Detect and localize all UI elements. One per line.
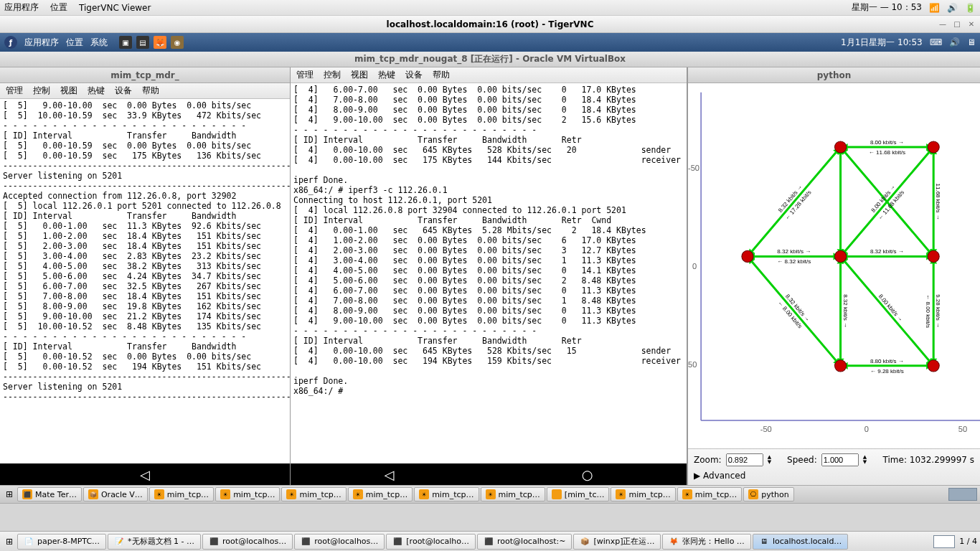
fedora-icon[interactable]: ƒ — [4, 36, 17, 49]
speed-input[interactable] — [821, 453, 859, 466]
speed-label: Speed: — [787, 455, 817, 465]
taskbar-item[interactable]: ☀mim_tcp… — [677, 487, 742, 501]
taskbar-item[interactable]: [mim_tc… — [547, 487, 610, 501]
menu-help[interactable]: 帮助 — [142, 85, 159, 97]
workspace-switcher[interactable] — [948, 488, 977, 501]
advanced-toggle[interactable]: ▶ Advanced — [694, 471, 745, 481]
terminal-right-body[interactable]: [ 4] 6.00-7.00 sec 0.00 Bytes 0.00 bits/… — [291, 83, 687, 463]
back-icon[interactable]: ◁ — [140, 467, 150, 482]
menu-view[interactable]: 视图 — [60, 85, 77, 97]
menu-device[interactable]: 设备 — [115, 85, 132, 97]
volume-icon[interactable]: 🔊 — [947, 3, 958, 13]
taskbar-item[interactable]: ⬛[root@localho… — [386, 534, 476, 550]
taskbar-item[interactable]: 📦Oracle V… — [83, 487, 148, 501]
svg-text:← 9.28 kbit/s: ← 9.28 kbit/s — [870, 368, 904, 375]
guest-menu-places[interactable]: 位置 — [66, 37, 83, 49]
home-icon[interactable]: ○ — [582, 467, 593, 482]
svg-text:50: 50 — [688, 360, 697, 369]
menu-device[interactable]: 设备 — [405, 69, 423, 81]
menu-manage[interactable]: 管理 — [296, 69, 314, 81]
menu-view[interactable]: 视图 — [351, 69, 368, 81]
minimize-icon[interactable]: — — [937, 19, 948, 29]
taskbar-item[interactable]: ☀mim_tcp… — [348, 487, 413, 501]
host-taskbar: ⊞ 📄paper-8-MPTC…📝*无标题文档 1 - …⬛root@local… — [0, 531, 980, 551]
vnc-title: localhost.localdomain:16 (root) - TigerV… — [387, 19, 594, 29]
network-graph[interactable]: -50 0 50 -50 0 50 8.00 kbit/s →← 11.68 k… — [688, 83, 980, 448]
menu-manage[interactable]: 管理 — [6, 85, 23, 97]
network-icon[interactable]: 📶 — [929, 3, 940, 13]
menu-control[interactable]: 控制 — [33, 85, 50, 97]
workspace-grid-icon[interactable] — [933, 535, 955, 548]
taskbar-item[interactable]: 🖥localhost.locald… — [753, 534, 849, 550]
svg-text:0: 0 — [864, 425, 869, 433]
host-menu-apps[interactable]: 应用程序 — [4, 1, 39, 14]
taskbar-item[interactable]: ☀mim_tcp… — [611, 487, 675, 501]
menu-control[interactable]: 控制 — [324, 69, 341, 81]
taskbar-item[interactable]: 🖵python — [743, 487, 793, 501]
taskbar-item[interactable]: ⬛Mate Ter… — [17, 487, 82, 501]
sound-icon[interactable]: 🔊 — [949, 37, 960, 47]
taskbar-item[interactable]: 📦[winxp]正在运… — [573, 534, 661, 550]
show-desktop-icon[interactable]: ⊞ — [3, 537, 16, 547]
svg-point-51 — [928, 250, 939, 262]
app-icon[interactable]: ◉ — [171, 36, 184, 49]
menu-hotkey[interactable]: 热键 — [88, 85, 105, 97]
show-desktop-icon[interactable]: ⊞ — [3, 489, 16, 499]
python-title: python — [688, 67, 980, 83]
vbox-titlebar[interactable]: mim_tcp_mdr_nougat_8 [正在运行] - Oracle VM … — [0, 52, 980, 67]
workspace-indicator: 1 / 4 — [959, 537, 977, 546]
menu-hotkey[interactable]: 热键 — [378, 69, 395, 81]
host-menu-tigervnc[interactable]: TigerVNC Viewer — [79, 3, 151, 13]
terminal-left-menu: 管理 控制 视图 热键 设备 帮助 — [0, 83, 290, 99]
speed-down-icon[interactable]: ▼ — [863, 460, 867, 465]
svg-text:8.80 kbit/s →: 8.80 kbit/s → — [870, 358, 904, 364]
svg-text:50: 50 — [958, 425, 967, 433]
vbox-title: mim_tcp_mdr_nougat_8 [正在运行] - Oracle VM … — [354, 53, 626, 65]
firefox-icon[interactable]: 🦊 — [154, 36, 166, 49]
time-label: Time: 1032.299997 s — [883, 455, 974, 465]
android-navbar-right: ◁ ○ — [291, 463, 687, 485]
terminal-right-menu: 管理 控制 视图 热键 设备 帮助 — [291, 67, 687, 83]
menu-help[interactable]: 帮助 — [433, 69, 450, 81]
zoom-down-icon[interactable]: ▼ — [768, 460, 771, 465]
battery-icon[interactable]: 🔋 — [965, 3, 976, 13]
taskbar-item[interactable]: ☀mim_tcp… — [281, 487, 346, 501]
svg-text:← 8.00 kbit/s: ← 8.00 kbit/s — [925, 294, 931, 328]
taskbar-item[interactable]: 🦊张同光：Hello … — [662, 534, 750, 550]
svg-point-47 — [835, 141, 847, 153]
taskbar-item[interactable]: ⬛root@localhost:~ — [477, 534, 572, 550]
taskbar-item[interactable]: ⬛root@localhos… — [294, 534, 385, 550]
guest-taskbar: ⊞ ⬛Mate Ter…📦Oracle V…☀mim_tcp…☀mim_tcp…… — [0, 485, 980, 504]
vnc-titlebar[interactable]: localhost.localdomain:16 (root) - TigerV… — [0, 16, 980, 33]
svg-text:0: 0 — [692, 262, 697, 270]
svg-point-53 — [928, 360, 939, 372]
taskbar-item[interactable]: ☀mim_tcp… — [149, 487, 214, 501]
display-icon[interactable]: 🖥 — [967, 37, 976, 47]
taskbar-item[interactable]: 📄paper-8-MPTC… — [17, 534, 106, 550]
guest-menu-system[interactable]: 系统 — [90, 37, 108, 49]
host-menu-places[interactable]: 位置 — [50, 1, 67, 14]
close-icon[interactable]: ✕ — [966, 19, 977, 29]
back-icon[interactable]: ◁ — [385, 467, 395, 482]
taskbar-item[interactable]: 📝*无标题文档 1 - … — [108, 534, 201, 550]
taskbar-item[interactable]: ☀mim_tcp… — [481, 487, 545, 501]
host-tray: 星期一 — 10：53 📶 🔊 🔋 — [852, 1, 976, 14]
zoom-input[interactable] — [726, 453, 763, 466]
python-pane: python -50 0 50 -50 0 50 8.00 kbit/s →← … — [687, 67, 980, 485]
files-icon[interactable]: ▤ — [136, 36, 149, 49]
taskbar-item[interactable]: ☀mim_tcp… — [215, 487, 280, 501]
taskbar-item[interactable]: ☀mim_tcp… — [414, 487, 479, 501]
maximize-icon[interactable]: □ — [951, 19, 963, 29]
svg-line-26 — [748, 256, 841, 365]
svg-line-32 — [841, 256, 934, 365]
svg-point-50 — [835, 250, 847, 262]
workspace: mim_tcp_mdr_ 管理 控制 视图 热键 设备 帮助 [ 5] 9.00… — [0, 67, 980, 485]
taskbar-item[interactable]: ⬛root@localhos… — [202, 534, 293, 550]
host-menubar: 应用程序 位置 TigerVNC Viewer 星期一 — 10：53 📶 🔊 … — [0, 0, 980, 16]
terminal-left-body[interactable]: [ 5] 9.00-10.00 sec 0.00 Bytes 0.00 bits… — [0, 99, 290, 463]
keyboard-icon[interactable]: ⌨ — [930, 37, 942, 47]
guest-menu-apps[interactable]: 应用程序 — [24, 37, 59, 49]
svg-point-48 — [928, 141, 939, 153]
terminal-icon[interactable]: ▣ — [119, 36, 132, 49]
guest-menubar: ƒ 应用程序 位置 系统 ▣ ▤ 🦊 ◉ 1月1日星期一 10:53 ⌨ 🔊 🖥 — [0, 33, 980, 52]
